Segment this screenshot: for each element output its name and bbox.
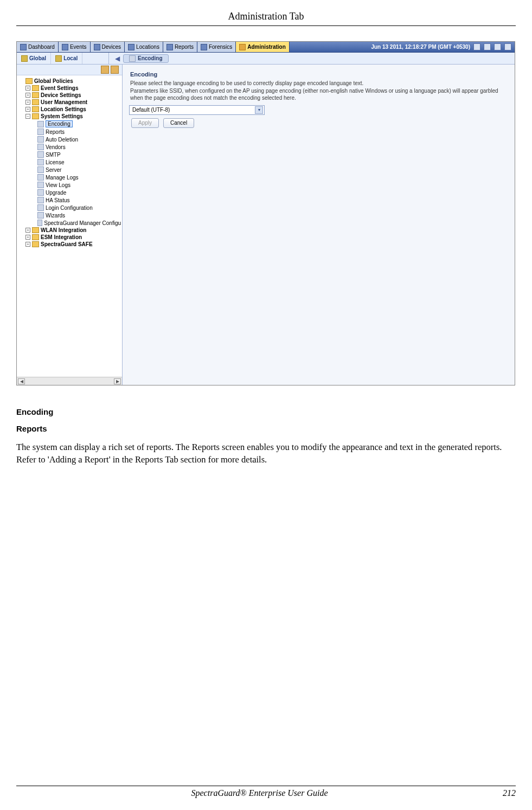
reports-icon xyxy=(166,44,173,50)
page-number: 212 xyxy=(503,788,516,798)
scroll-right-icon[interactable]: ▶ xyxy=(114,378,121,384)
tree-label: Encoding xyxy=(46,120,73,127)
tab-devices[interactable]: Devices xyxy=(91,42,125,52)
tree-device-settings[interactable]: +Device Settings xyxy=(18,92,121,99)
leaf-icon xyxy=(37,121,44,127)
tab-locations[interactable]: Locations xyxy=(125,42,163,52)
button-row: Apply Cancel xyxy=(129,118,508,128)
tree-encoding[interactable]: Encoding xyxy=(18,120,121,128)
tab-dashboard[interactable]: Dashboard xyxy=(17,42,59,52)
leaf-icon xyxy=(37,220,42,226)
tree-auto-deletion[interactable]: Auto Deletion xyxy=(18,136,121,143)
tree-label: License xyxy=(46,159,64,165)
tree-wlan-integration[interactable]: +WLAN Integration xyxy=(18,227,121,234)
tree-label: WLAN Integration xyxy=(41,227,86,233)
tab-administration[interactable]: Administration xyxy=(236,42,290,52)
tree-sg-manager[interactable]: SpectraGuard Manager Configu xyxy=(18,219,121,227)
desc-line: Parameters like SSID, when configured on… xyxy=(130,88,498,101)
timestamp: Jun 13 2011, 12:18:27 PM (GMT +0530) xyxy=(371,44,470,50)
content-row: Global Policies +Event Settings +Device … xyxy=(17,65,515,385)
tab-label: Forensics xyxy=(209,44,232,50)
panel-title: Encoding xyxy=(129,70,508,80)
tree-label: Vendors xyxy=(46,144,66,150)
expander-icon[interactable]: + xyxy=(25,107,30,112)
tree-upgrade[interactable]: Upgrade xyxy=(18,189,121,196)
expander-icon[interactable]: + xyxy=(25,86,30,91)
tree-manage-logs[interactable]: Manage Logs xyxy=(18,173,121,181)
tree-wizards[interactable]: Wizards xyxy=(18,211,121,219)
leaf-icon xyxy=(37,182,44,188)
leaf-icon xyxy=(37,174,44,181)
scope-tabs: Global Local xyxy=(17,53,109,64)
app-screenshot: Dashboard Events Devices Locations Repor… xyxy=(16,41,515,385)
scope-label: Global xyxy=(29,55,46,61)
dashboard-icon xyxy=(20,44,27,50)
expander-icon[interactable]: + xyxy=(25,228,30,233)
collapse-all-icon[interactable] xyxy=(111,66,119,74)
scroll-left-icon[interactable]: ◀ xyxy=(18,378,25,384)
footer-title: SpectraGuard® Enterprise User Guide xyxy=(191,788,328,798)
tree-label: Upgrade xyxy=(46,190,66,196)
tree-label: Wizards xyxy=(46,213,65,218)
globe-icon xyxy=(21,55,28,62)
tree-esm-integration[interactable]: +ESM Integration xyxy=(18,234,121,241)
tree-label: Reports xyxy=(46,129,65,135)
expander-icon[interactable]: + xyxy=(25,100,30,105)
toolbar-icon[interactable] xyxy=(504,43,511,50)
events-icon xyxy=(62,44,68,50)
tree-event-settings[interactable]: +Event Settings xyxy=(18,85,121,92)
folder-icon xyxy=(32,99,39,105)
scope-local[interactable]: Local xyxy=(51,53,82,64)
cancel-button[interactable]: Cancel xyxy=(163,118,194,128)
tab-events[interactable]: Events xyxy=(59,42,91,52)
expand-all-icon[interactable] xyxy=(101,66,109,74)
encoding-select[interactable]: Default (UTF-8) ▾ xyxy=(129,105,265,115)
horizontal-scrollbar[interactable]: ◀ ▶ xyxy=(17,377,122,385)
tree-label: View Logs xyxy=(46,182,70,188)
breadcrumb-label: Encoding xyxy=(138,55,163,61)
expander-none xyxy=(19,79,24,83)
tab-label: Reports xyxy=(175,44,194,50)
tree-location-settings[interactable]: +Location Settings xyxy=(18,106,121,113)
tree-license[interactable]: License xyxy=(18,158,121,166)
tree-root[interactable]: Global Policies xyxy=(18,78,121,85)
desc-line: Please select the language encoding to b… xyxy=(130,80,363,86)
toolbar-icon[interactable] xyxy=(494,43,501,50)
tree-label: User Management xyxy=(41,99,87,105)
scope-label: Local xyxy=(63,55,78,61)
tree-system-settings[interactable]: −System Settings xyxy=(18,113,121,120)
expander-icon[interactable]: + xyxy=(25,242,30,247)
chevron-left-icon[interactable]: ◀ xyxy=(114,55,120,62)
body-paragraph: The system can display a rich set of rep… xyxy=(16,441,516,466)
tab-label: Events xyxy=(70,44,87,50)
tree-label: Manage Logs xyxy=(46,175,79,181)
tree-vendors[interactable]: Vendors xyxy=(18,143,121,151)
tree-view-logs[interactable]: View Logs xyxy=(18,181,121,189)
tree-smtp[interactable]: SMTP xyxy=(18,151,121,158)
tree-server[interactable]: Server xyxy=(18,166,121,173)
chevron-down-icon[interactable]: ▾ xyxy=(255,106,263,114)
expander-icon[interactable]: + xyxy=(25,93,30,98)
toolbar-icon[interactable] xyxy=(473,43,480,50)
leaf-icon xyxy=(37,159,44,165)
scope-global[interactable]: Global xyxy=(17,53,51,64)
folder-icon xyxy=(32,234,39,240)
expander-icon[interactable]: + xyxy=(25,235,30,240)
tree-ha-status[interactable]: HA Status xyxy=(18,196,121,204)
apply-button[interactable]: Apply xyxy=(131,118,159,128)
leaf-icon xyxy=(37,151,44,158)
toolbar-icon[interactable] xyxy=(484,43,491,50)
encoding-panel: Encoding Please select the language enco… xyxy=(129,70,508,128)
tree-reports[interactable]: Reports xyxy=(18,128,121,136)
tree-user-management[interactable]: +User Management xyxy=(18,99,121,106)
tab-label: Dashboard xyxy=(28,44,55,50)
tab-reports[interactable]: Reports xyxy=(163,42,197,52)
tree-sg-safe[interactable]: +SpectraGuard SAFE xyxy=(18,241,121,248)
nav-tree[interactable]: Global Policies +Event Settings +Device … xyxy=(17,75,122,377)
tree-label: SpectraGuard SAFE xyxy=(41,241,93,247)
tree-login-config[interactable]: Login Configuration xyxy=(18,204,121,211)
tab-forensics[interactable]: Forensics xyxy=(197,42,236,52)
administration-icon xyxy=(239,44,246,50)
folder-icon xyxy=(32,106,39,112)
expander-icon[interactable]: − xyxy=(25,114,30,119)
